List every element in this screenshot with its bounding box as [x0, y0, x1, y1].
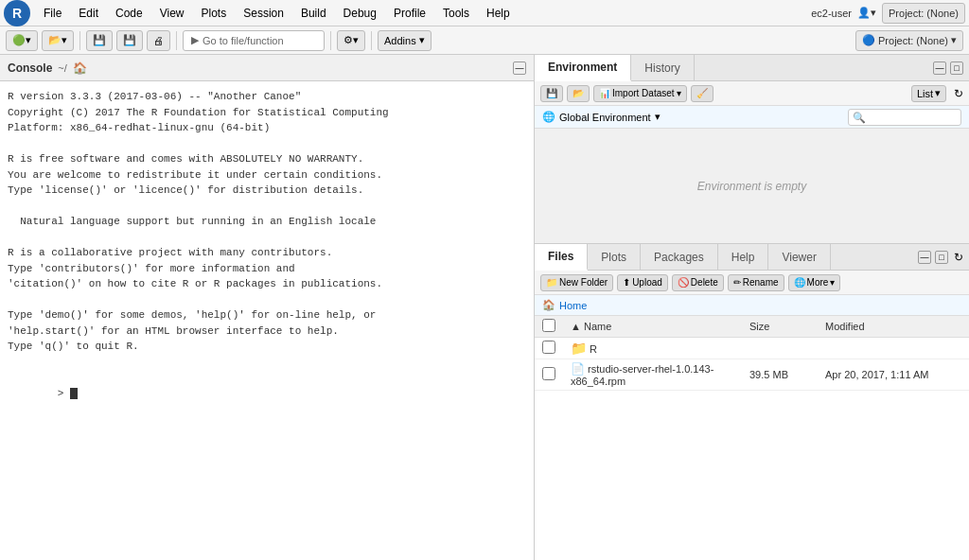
- console-line-7: Type 'license()' or 'licence()' for dist…: [8, 183, 526, 199]
- col-checkbox: [535, 316, 563, 338]
- menu-items: File Edit Code View Plots Session Build …: [36, 5, 518, 22]
- row-size-r: [742, 338, 818, 359]
- load-env-btn[interactable]: 📂: [567, 85, 590, 102]
- menu-help[interactable]: Help: [479, 5, 518, 22]
- main-layout: Console ~/ 🏠 — R version 3.3.3 (2017-03-…: [0, 55, 969, 560]
- new-folder-btn[interactable]: 📁 New Folder: [540, 274, 613, 291]
- file-checkbox-r[interactable]: [542, 341, 555, 354]
- rename-btn[interactable]: ✏ Rename: [728, 274, 784, 291]
- tab-environment[interactable]: Environment: [535, 55, 631, 81]
- clear-env-btn[interactable]: 🧹: [691, 85, 714, 102]
- files-table: ▲ Name Size Modified: [535, 316, 969, 560]
- breadcrumb-home[interactable]: Home: [559, 300, 587, 311]
- files-maximize-icon[interactable]: □: [935, 251, 948, 264]
- rename-icon: ✏: [733, 277, 741, 288]
- import-arrow: ▾: [677, 88, 681, 98]
- menu-build[interactable]: Build: [293, 5, 334, 22]
- console-prompt-line[interactable]: >: [8, 370, 526, 417]
- save-env-btn[interactable]: 💾: [540, 85, 563, 102]
- sep1: [79, 31, 80, 50]
- new-file-btn[interactable]: 🟢▾: [6, 30, 38, 51]
- env-selector[interactable]: 🌐 Global Environment ▾: [535, 106, 969, 129]
- r-logo: R: [4, 0, 30, 26]
- files-panel: Files Plots Packages Help Viewer — □ ↻ 📁…: [535, 244, 969, 560]
- globe-icon: 🌐: [542, 111, 555, 123]
- menu-edit[interactable]: Edit: [71, 5, 106, 22]
- tab-plots[interactable]: Plots: [588, 244, 641, 270]
- console-header: Console ~/ 🏠 —: [0, 55, 534, 81]
- list-btn[interactable]: List ▾: [911, 85, 946, 102]
- files-toolbar: 📁 New Folder ⬆ Upload 🚫 Delete ✏ Rename …: [535, 271, 969, 295]
- save-btn[interactable]: 💾: [86, 30, 113, 51]
- menu-file[interactable]: File: [36, 5, 69, 22]
- col-size[interactable]: Size: [742, 316, 818, 338]
- project-btn-toolbar[interactable]: 🔵 Project: (None) ▾: [855, 30, 963, 51]
- tab-history[interactable]: History: [631, 55, 694, 80]
- addins-btn[interactable]: Addins ▾: [378, 30, 432, 51]
- sep2: [176, 31, 177, 50]
- console-line-14: [8, 292, 526, 308]
- console-line-12: Type 'contributors()' for more informati…: [8, 261, 526, 277]
- sep4: [371, 31, 372, 50]
- new-folder-label: New Folder: [559, 277, 608, 288]
- row-name-r[interactable]: 📁 R: [563, 338, 742, 359]
- console-line-17: Type 'q()' to quit R.: [8, 339, 526, 355]
- goto-btn[interactable]: ▶ Go to file/function: [183, 30, 325, 51]
- project-label[interactable]: Project: (None): [882, 3, 965, 24]
- files-refresh-icon[interactable]: ↻: [954, 251, 963, 264]
- refresh-btn[interactable]: ↻: [954, 87, 963, 100]
- print-btn[interactable]: 🖨: [147, 30, 170, 51]
- console-home-icon[interactable]: 🏠: [73, 61, 87, 75]
- console-minimize-icon[interactable]: —: [513, 61, 526, 75]
- rename-label: Rename: [743, 277, 779, 288]
- menu-plots[interactable]: Plots: [194, 5, 235, 22]
- import-dataset-btn[interactable]: 📊 Import Dataset ▾: [593, 85, 687, 102]
- delete-btn[interactable]: 🚫 Delete: [672, 274, 724, 291]
- menu-code[interactable]: Code: [108, 5, 150, 22]
- options-btn[interactable]: ⚙▾: [337, 30, 365, 51]
- file-icon-rpm: 📄: [571, 362, 585, 376]
- delete-icon: 🚫: [678, 277, 689, 288]
- console-line-4: [8, 136, 526, 152]
- more-btn[interactable]: 🌐 More ▾: [788, 274, 841, 291]
- tab-help[interactable]: Help: [718, 244, 769, 270]
- name-sort-arrow: ▲: [571, 321, 581, 332]
- top-right-area: ec2-user 👤▾ Project: (None): [811, 3, 965, 24]
- console-line-13: 'citation()' on how to cite R or R packa…: [8, 276, 526, 292]
- env-search-input[interactable]: [848, 109, 961, 126]
- env-tab-actions: — □: [927, 55, 969, 80]
- menu-tools[interactable]: Tools: [435, 5, 477, 22]
- col-name[interactable]: ▲ Name: [563, 316, 742, 338]
- toolbar: 🟢▾ 📂▾ 💾 💾 🖨 ▶ Go to file/function ⚙▾ Add…: [0, 26, 969, 55]
- user-label: ec2-user: [811, 8, 852, 19]
- console-line-10: [8, 230, 526, 246]
- console-prompt: >: [58, 388, 70, 399]
- files-tab-actions: — □ ↻: [912, 244, 969, 270]
- file-checkbox-rpm[interactable]: [542, 367, 555, 380]
- row-name-rpm[interactable]: 📄 rstudio-server-rhel-1.0.143-x86_64.rpm: [563, 359, 742, 391]
- tab-viewer[interactable]: Viewer: [768, 244, 830, 270]
- tab-files[interactable]: Files: [535, 244, 588, 271]
- open-file-btn[interactable]: 📂▾: [42, 30, 74, 51]
- right-panel: Environment History — □ 💾 📂 📊 Import Dat…: [535, 55, 969, 560]
- row-checkbox-rpm: [535, 359, 563, 391]
- env-panel: Environment History — □ 💾 📂 📊 Import Dat…: [535, 55, 969, 244]
- select-all-checkbox[interactable]: [542, 319, 555, 332]
- console-line-8: [8, 199, 526, 215]
- menu-session[interactable]: Session: [236, 5, 291, 22]
- upload-btn[interactable]: ⬆ Upload: [617, 274, 668, 291]
- menu-view[interactable]: View: [152, 5, 192, 22]
- env-maximize-icon[interactable]: □: [950, 61, 963, 75]
- menu-debug[interactable]: Debug: [336, 5, 384, 22]
- col-modified[interactable]: Modified: [818, 316, 969, 338]
- user-icon[interactable]: 👤▾: [857, 7, 876, 19]
- tab-packages[interactable]: Packages: [641, 244, 718, 270]
- row-modified-rpm: Apr 20, 2017, 1:11 AM: [818, 359, 969, 391]
- console-body[interactable]: R version 3.3.3 (2017-03-06) -- "Another…: [0, 81, 534, 560]
- files-minimize-icon[interactable]: —: [918, 251, 931, 264]
- goto-icon: ▶: [191, 34, 199, 46]
- menu-profile[interactable]: Profile: [386, 5, 433, 22]
- list-arrow: ▾: [935, 87, 941, 99]
- env-minimize-icon[interactable]: —: [933, 61, 946, 75]
- save-all-btn[interactable]: 💾: [116, 30, 143, 51]
